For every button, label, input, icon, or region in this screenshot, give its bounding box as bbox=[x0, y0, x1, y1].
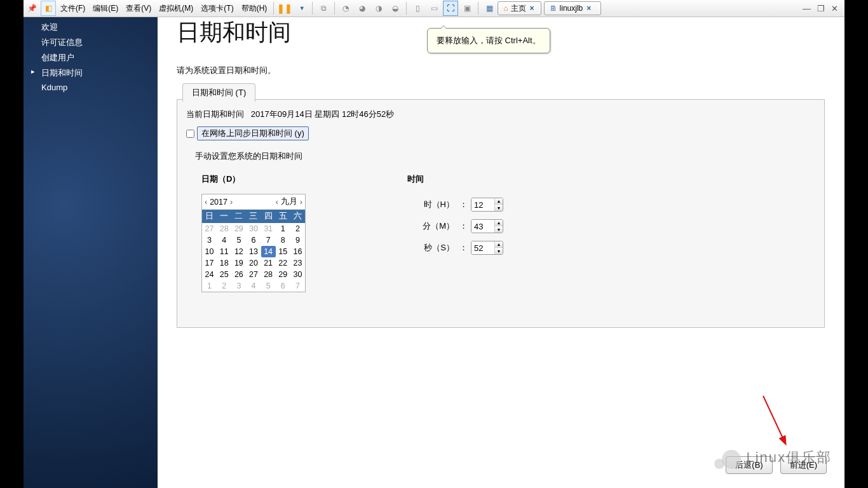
calendar-day[interactable]: 16 bbox=[290, 246, 305, 257]
calendar-day[interactable]: 10 bbox=[202, 246, 217, 257]
calendar-day[interactable]: 8 bbox=[276, 234, 290, 246]
calendar-day[interactable]: 21 bbox=[261, 257, 276, 269]
calendar-day[interactable]: 1 bbox=[202, 280, 217, 292]
sidebar-item-4[interactable]: Kdump bbox=[24, 81, 158, 94]
tab-home-close[interactable]: × bbox=[529, 4, 536, 13]
menu-0[interactable]: 文件(F) bbox=[57, 1, 89, 16]
calendar-day[interactable]: 5 bbox=[261, 280, 276, 292]
forward-button[interactable]: 前进(E) bbox=[780, 456, 827, 474]
calendar-month[interactable]: 九月 bbox=[281, 196, 297, 207]
calendar-day[interactable]: 14 bbox=[261, 246, 276, 257]
calendar-day[interactable]: 1 bbox=[276, 223, 290, 234]
main-panel: 日期和时间 请为系统设置日期和时间。 日期和时间 (T) 当前日期和时间 201… bbox=[158, 17, 844, 488]
datetime-tab[interactable]: 日期和时间 (T) bbox=[182, 83, 255, 102]
tab-vm[interactable]: 🗎 linuxjlb × bbox=[544, 1, 601, 15]
calendar-day[interactable]: 5 bbox=[231, 234, 246, 246]
hour-up-icon[interactable]: ▲ bbox=[495, 198, 503, 205]
calendar-day[interactable]: 27 bbox=[202, 223, 217, 234]
menu-1[interactable]: 编辑(E) bbox=[89, 1, 122, 16]
hour-input[interactable] bbox=[471, 198, 494, 211]
annotation-arrow-icon bbox=[757, 393, 795, 450]
sidebar-item-0[interactable]: 欢迎 bbox=[24, 20, 158, 35]
calendar-day[interactable]: 15 bbox=[276, 246, 290, 257]
calendar-day[interactable]: 31 bbox=[261, 223, 276, 234]
calendar-day[interactable]: 18 bbox=[217, 257, 231, 269]
tab-home[interactable]: ⌂ 主页 × bbox=[498, 1, 541, 15]
calendar-day[interactable]: 19 bbox=[231, 257, 246, 269]
second-down-icon[interactable]: ▼ bbox=[495, 248, 503, 254]
calendar-day[interactable]: 29 bbox=[231, 223, 246, 234]
pause-icon[interactable]: ❚❚ bbox=[277, 1, 292, 16]
view1-icon[interactable]: ▯ bbox=[410, 1, 425, 16]
calendar-day[interactable]: 26 bbox=[231, 269, 246, 280]
minute-input[interactable] bbox=[471, 220, 494, 233]
calendar-day[interactable]: 4 bbox=[246, 280, 261, 292]
sidebar-item-2[interactable]: 创建用户 bbox=[24, 50, 158, 65]
menu-4[interactable]: 选项卡(T) bbox=[197, 1, 237, 16]
calendar-day[interactable]: 23 bbox=[290, 257, 305, 269]
calendar-day[interactable]: 3 bbox=[202, 234, 217, 246]
snapshot-icon[interactable]: ⧉ bbox=[316, 1, 331, 16]
calendar-day[interactable]: 22 bbox=[276, 257, 290, 269]
month-next-icon[interactable]: › bbox=[300, 198, 302, 207]
calendar-day[interactable]: 6 bbox=[246, 234, 261, 246]
hour-down-icon[interactable]: ▼ bbox=[495, 205, 503, 211]
minute-spinner[interactable]: ▲▼ bbox=[471, 219, 503, 233]
sidebar-item-1[interactable]: 许可证信息 bbox=[24, 35, 158, 50]
back-button[interactable]: 后退(B) bbox=[726, 456, 772, 474]
clock3-icon[interactable]: ◑ bbox=[371, 1, 386, 16]
calendar-day[interactable]: 6 bbox=[276, 280, 290, 292]
calendar-day[interactable]: 7 bbox=[261, 234, 276, 246]
tab-vm-close[interactable]: × bbox=[585, 4, 592, 13]
clock2-icon[interactable]: ◕ bbox=[355, 1, 370, 16]
year-next-icon[interactable]: › bbox=[230, 198, 233, 207]
hour-spinner[interactable]: ▲▼ bbox=[471, 198, 503, 212]
close-icon[interactable]: ✕ bbox=[831, 4, 838, 13]
calendar-day[interactable]: 3 bbox=[231, 280, 246, 292]
calendar-day[interactable]: 24 bbox=[202, 269, 217, 280]
library-icon[interactable]: ▦ bbox=[482, 1, 497, 16]
calendar-day[interactable]: 11 bbox=[217, 246, 231, 257]
calendar-day[interactable]: 30 bbox=[290, 269, 305, 280]
unity-icon[interactable]: ▣ bbox=[459, 1, 475, 16]
second-spinner[interactable]: ▲▼ bbox=[471, 241, 503, 255]
calendar-day[interactable]: 28 bbox=[217, 223, 231, 234]
calendar-day[interactable]: 2 bbox=[290, 223, 305, 234]
sync-checkbox[interactable] bbox=[186, 130, 194, 138]
calendar-day[interactable]: 13 bbox=[246, 246, 261, 257]
calendar[interactable]: ‹ 2017 › ‹ 九月 › 日一二三四五六 bbox=[201, 194, 306, 292]
calendar-day[interactable]: 4 bbox=[217, 234, 231, 246]
maximize-icon[interactable]: ❐ bbox=[817, 4, 825, 13]
second-up-icon[interactable]: ▲ bbox=[495, 241, 503, 248]
month-prev-icon[interactable]: ‹ bbox=[276, 198, 278, 207]
calendar-day[interactable]: 30 bbox=[246, 223, 261, 234]
vmware-icon[interactable]: ◧ bbox=[41, 1, 56, 16]
pause-dropdown[interactable]: ▼ bbox=[294, 1, 309, 16]
calendar-day[interactable]: 20 bbox=[246, 257, 261, 269]
view2-icon[interactable]: ▭ bbox=[426, 1, 442, 16]
calendar-day[interactable]: 17 bbox=[202, 257, 217, 269]
pin-icon[interactable]: 📌 bbox=[24, 1, 39, 16]
fullscreen-icon[interactable]: ⛶ bbox=[443, 1, 458, 16]
calendar-day[interactable]: 29 bbox=[276, 269, 290, 280]
minimize-icon[interactable]: — bbox=[803, 4, 811, 13]
calendar-day[interactable]: 7 bbox=[290, 280, 305, 292]
clock4-icon[interactable]: ◒ bbox=[388, 1, 403, 16]
clock1-icon[interactable]: ◔ bbox=[338, 1, 353, 16]
sidebar-item-3[interactable]: 日期和时间 bbox=[24, 65, 158, 81]
minute-down-icon[interactable]: ▼ bbox=[495, 226, 503, 233]
minute-up-icon[interactable]: ▲ bbox=[495, 220, 503, 226]
calendar-day[interactable]: 9 bbox=[290, 234, 305, 246]
calendar-day[interactable]: 2 bbox=[217, 280, 231, 292]
menu-2[interactable]: 查看(V) bbox=[122, 1, 155, 16]
menu-5[interactable]: 帮助(H) bbox=[238, 1, 271, 16]
second-input[interactable] bbox=[471, 241, 494, 254]
calendar-day[interactable]: 28 bbox=[261, 269, 276, 280]
year-prev-icon[interactable]: ‹ bbox=[205, 198, 207, 207]
calendar-day[interactable]: 27 bbox=[246, 269, 261, 280]
calendar-day[interactable]: 25 bbox=[217, 269, 231, 280]
sync-label[interactable]: 在网络上同步日期和时间 (y) bbox=[197, 126, 309, 140]
calendar-year[interactable]: 2017 bbox=[210, 198, 227, 207]
calendar-day[interactable]: 12 bbox=[231, 246, 246, 257]
menu-3[interactable]: 虚拟机(M) bbox=[155, 1, 197, 16]
